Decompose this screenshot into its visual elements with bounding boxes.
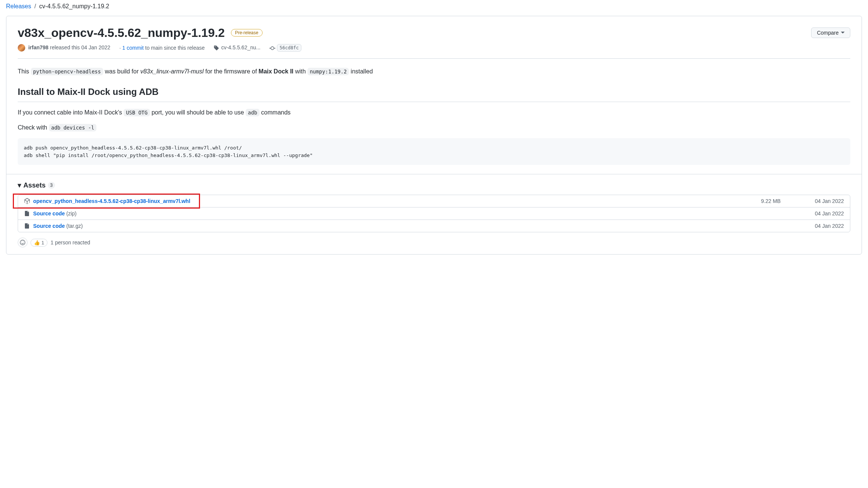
chevron-down-icon xyxy=(841,32,845,34)
release-card: v83x_opencv-4.5.5.62_numpy-1.19.2 Pre-re… xyxy=(6,16,862,255)
author-link[interactable]: irfan798 xyxy=(28,44,49,50)
add-reaction-button[interactable] xyxy=(18,238,28,247)
commits-block: · 1 commit to main since this release xyxy=(119,45,205,51)
asset-suffix: (tar.gz) xyxy=(66,223,83,229)
assets-toggle[interactable]: ▾ Assets 3 xyxy=(18,181,55,189)
asset-list: opencv_python_headless-4.5.5.62-cp38-cp3… xyxy=(18,195,850,232)
thumbs-up-icon: 👍 xyxy=(34,240,40,246)
code-inline: adb devices -l xyxy=(49,124,97,131)
commit-block[interactable]: 56cd8fc xyxy=(269,44,301,51)
breadcrumb-current: cv-4.5.5.62_numpy-1.19.2 xyxy=(39,3,109,9)
release-description: This python-opencv-headless was build fo… xyxy=(18,59,850,165)
reaction-thumbs-up[interactable]: 👍 1 xyxy=(31,239,47,247)
asset-date: 04 Jan 2022 xyxy=(799,198,844,204)
breadcrumb-root-link[interactable]: Releases xyxy=(6,3,31,9)
compare-label: Compare xyxy=(817,30,839,36)
asset-date: 04 Jan 2022 xyxy=(799,223,844,229)
avatar[interactable] xyxy=(18,44,25,52)
tag-icon xyxy=(214,45,220,51)
assets-label: Assets xyxy=(23,181,46,189)
reaction-count: 1 xyxy=(41,240,44,246)
breadcrumb: Releases / cv-4.5.5.62_numpy-1.19.2 xyxy=(6,0,862,16)
tag-block[interactable]: cv-4.5.5.62_nu... xyxy=(214,44,260,51)
package-icon xyxy=(24,198,30,204)
pre-release-badge: Pre-release xyxy=(231,29,263,37)
assets-section: ▾ Assets 3 opencv_python_headless-4.5.5.… xyxy=(6,174,862,254)
svg-point-0 xyxy=(20,240,25,245)
commit-sha: 56cd8fc xyxy=(277,44,301,52)
code-inline: USB OTG xyxy=(124,109,150,116)
file-zip-icon xyxy=(24,223,30,229)
commit-icon xyxy=(269,45,275,51)
code-inline: numpy:1.19.2 xyxy=(307,68,349,75)
asset-suffix: (zip) xyxy=(66,210,76,217)
file-zip-icon xyxy=(24,210,30,217)
asset-size: 9.22 MB xyxy=(761,198,799,204)
release-meta: irfan798 released this 04 Jan 2022 · 1 c… xyxy=(18,44,850,59)
reactions-row: 👍 1 1 person reacted xyxy=(18,238,850,247)
asset-row: Source code(tar.gz) 04 Jan 2022 xyxy=(18,220,850,232)
compare-button[interactable]: Compare xyxy=(811,27,850,38)
code-block[interactable]: adb push opencv_python_headless-4.5.5.62… xyxy=(18,138,850,165)
caret-down-icon: ▾ xyxy=(18,181,21,189)
code-inline: python-opencv-headless xyxy=(31,68,103,75)
reaction-summary: 1 person reacted xyxy=(50,239,90,246)
asset-row: Source code(zip) 04 Jan 2022 xyxy=(18,207,850,220)
breadcrumb-separator: / xyxy=(33,3,37,9)
asset-link[interactable]: Source code xyxy=(33,210,65,217)
asset-date: 04 Jan 2022 xyxy=(799,210,844,217)
commits-suffix: to main since this release xyxy=(145,45,205,51)
smiley-icon xyxy=(20,239,26,246)
section-heading: Install to Maix-II Dock using ADB xyxy=(18,85,850,102)
code-inline: adb xyxy=(246,109,260,116)
commits-link[interactable]: 1 commit xyxy=(122,45,144,51)
assets-count: 3 xyxy=(48,182,55,189)
svg-point-1 xyxy=(21,242,22,242)
asset-row: opencv_python_headless-4.5.5.62-cp38-cp3… xyxy=(18,195,850,207)
released-text: released this 04 Jan 2022 xyxy=(50,44,110,50)
tag-name: cv-4.5.5.62_nu... xyxy=(221,44,260,50)
asset-link[interactable]: opencv_python_headless-4.5.5.62-cp38-cp3… xyxy=(33,198,190,204)
svg-point-2 xyxy=(23,242,24,242)
author-block: irfan798 released this 04 Jan 2022 xyxy=(18,44,110,52)
asset-link[interactable]: Source code xyxy=(33,223,65,229)
release-title: v83x_opencv-4.5.5.62_numpy-1.19.2 xyxy=(18,25,225,40)
